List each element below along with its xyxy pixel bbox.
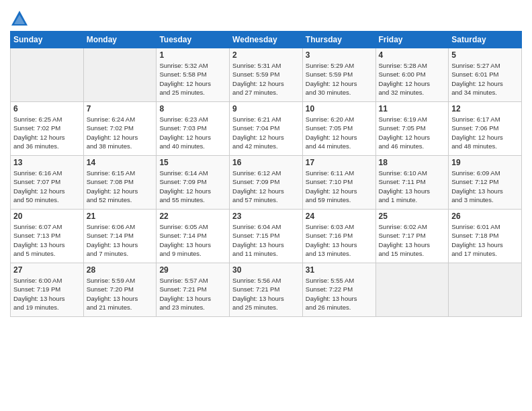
calendar-cell: 31Sunrise: 5:55 AM Sunset: 7:22 PM Dayli…: [302, 263, 375, 317]
day-number: 10: [306, 104, 373, 113]
day-header-monday: Monday: [83, 32, 157, 48]
day-info: Sunrise: 6:20 AM Sunset: 7:05 PM Dayligh…: [306, 115, 373, 150]
day-info: Sunrise: 6:19 AM Sunset: 7:05 PM Dayligh…: [379, 115, 446, 150]
day-info: Sunrise: 6:02 AM Sunset: 7:17 PM Dayligh…: [379, 222, 446, 258]
calendar-cell: 14Sunrise: 6:15 AM Sunset: 7:08 PM Dayli…: [83, 156, 157, 210]
calendar-cell: 29Sunrise: 5:57 AM Sunset: 7:21 PM Dayli…: [157, 263, 230, 317]
calendar-cell: [375, 263, 449, 317]
day-info: Sunrise: 6:21 AM Sunset: 7:04 PM Dayligh…: [232, 115, 300, 150]
calendar-cell: 11Sunrise: 6:19 AM Sunset: 7:05 PM Dayli…: [375, 102, 449, 156]
calendar-cell: 24Sunrise: 6:03 AM Sunset: 7:16 PM Dayli…: [302, 210, 375, 263]
day-number: 3: [306, 50, 373, 60]
day-number: 21: [87, 212, 154, 221]
day-number: 11: [379, 104, 446, 113]
day-number: 13: [13, 158, 81, 167]
day-number: 12: [451, 104, 519, 113]
day-info: Sunrise: 6:00 AM Sunset: 7:19 PM Dayligh…: [13, 276, 81, 312]
day-info: Sunrise: 5:31 AM Sunset: 5:59 PM Dayligh…: [232, 61, 300, 97]
day-number: 15: [159, 158, 226, 167]
calendar-cell: 26Sunrise: 6:01 AM Sunset: 7:18 PM Dayli…: [449, 210, 522, 263]
calendar-week-2: 6Sunrise: 6:25 AM Sunset: 7:02 PM Daylig…: [11, 102, 522, 156]
day-info: Sunrise: 6:12 AM Sunset: 7:09 PM Dayligh…: [232, 169, 300, 204]
day-number: 31: [306, 265, 373, 275]
calendar-week-3: 13Sunrise: 6:16 AM Sunset: 7:07 PM Dayli…: [11, 156, 522, 210]
calendar-cell: 3Sunrise: 5:29 AM Sunset: 5:59 PM Daylig…: [302, 48, 375, 102]
calendar-cell: 9Sunrise: 6:21 AM Sunset: 7:04 PM Daylig…: [230, 102, 303, 156]
day-header-sunday: Sunday: [11, 32, 84, 48]
day-number: 24: [306, 212, 373, 221]
calendar-week-4: 20Sunrise: 6:07 AM Sunset: 7:13 PM Dayli…: [11, 210, 522, 263]
day-header-saturday: Saturday: [449, 32, 522, 48]
day-header-thursday: Thursday: [302, 32, 375, 48]
day-info: Sunrise: 6:14 AM Sunset: 7:09 PM Dayligh…: [159, 169, 226, 204]
calendar-cell: 2Sunrise: 5:31 AM Sunset: 5:59 PM Daylig…: [230, 48, 303, 102]
day-info: Sunrise: 6:10 AM Sunset: 7:11 PM Dayligh…: [379, 169, 446, 204]
calendar-cell: 1Sunrise: 5:32 AM Sunset: 5:58 PM Daylig…: [157, 48, 230, 102]
calendar-cell: 17Sunrise: 6:11 AM Sunset: 7:10 PM Dayli…: [302, 156, 375, 210]
calendar-week-5: 27Sunrise: 6:00 AM Sunset: 7:19 PM Dayli…: [11, 263, 522, 317]
day-info: Sunrise: 5:55 AM Sunset: 7:22 PM Dayligh…: [306, 276, 373, 312]
day-number: 26: [451, 212, 519, 221]
day-number: 29: [159, 265, 226, 275]
day-info: Sunrise: 5:32 AM Sunset: 5:58 PM Dayligh…: [159, 61, 226, 97]
calendar-cell: 6Sunrise: 6:25 AM Sunset: 7:02 PM Daylig…: [11, 102, 84, 156]
day-info: Sunrise: 6:16 AM Sunset: 7:07 PM Dayligh…: [13, 169, 81, 204]
calendar-cell: 7Sunrise: 6:24 AM Sunset: 7:02 PM Daylig…: [83, 102, 157, 156]
day-number: 8: [159, 104, 226, 113]
calendar-cell: 13Sunrise: 6:16 AM Sunset: 7:07 PM Dayli…: [11, 156, 84, 210]
day-info: Sunrise: 6:04 AM Sunset: 7:15 PM Dayligh…: [232, 222, 300, 258]
calendar-cell: 20Sunrise: 6:07 AM Sunset: 7:13 PM Dayli…: [11, 210, 84, 263]
day-header-wednesday: Wednesday: [230, 32, 303, 48]
day-info: Sunrise: 6:15 AM Sunset: 7:08 PM Dayligh…: [87, 169, 154, 204]
day-number: 28: [87, 265, 154, 275]
day-info: Sunrise: 6:25 AM Sunset: 7:02 PM Dayligh…: [13, 115, 81, 150]
day-number: 7: [87, 104, 154, 113]
day-number: 4: [379, 50, 446, 60]
day-header-friday: Friday: [375, 32, 449, 48]
header: [10, 7, 522, 28]
day-info: Sunrise: 6:01 AM Sunset: 7:18 PM Dayligh…: [451, 222, 519, 258]
day-info: Sunrise: 5:59 AM Sunset: 7:20 PM Dayligh…: [87, 276, 154, 312]
logo: [10, 9, 32, 28]
day-info: Sunrise: 5:27 AM Sunset: 6:01 PM Dayligh…: [451, 61, 519, 97]
calendar-cell: 5Sunrise: 5:27 AM Sunset: 6:01 PM Daylig…: [449, 48, 522, 102]
day-info: Sunrise: 5:28 AM Sunset: 6:00 PM Dayligh…: [379, 61, 446, 97]
calendar-cell: 21Sunrise: 6:06 AM Sunset: 7:14 PM Dayli…: [83, 210, 157, 263]
day-number: 17: [306, 158, 373, 167]
day-info: Sunrise: 6:03 AM Sunset: 7:16 PM Dayligh…: [306, 222, 373, 258]
calendar-week-1: 1Sunrise: 5:32 AM Sunset: 5:58 PM Daylig…: [11, 48, 522, 102]
day-info: Sunrise: 6:23 AM Sunset: 7:03 PM Dayligh…: [159, 115, 226, 150]
calendar-cell: 15Sunrise: 6:14 AM Sunset: 7:09 PM Dayli…: [157, 156, 230, 210]
day-number: 5: [451, 50, 519, 60]
day-number: 6: [13, 104, 81, 113]
day-number: 9: [232, 104, 300, 113]
calendar-cell: 4Sunrise: 5:28 AM Sunset: 6:00 PM Daylig…: [375, 48, 449, 102]
calendar-cell: 16Sunrise: 6:12 AM Sunset: 7:09 PM Dayli…: [230, 156, 303, 210]
day-number: 18: [379, 158, 446, 167]
day-number: 16: [232, 158, 300, 167]
calendar-cell: 18Sunrise: 6:10 AM Sunset: 7:11 PM Dayli…: [375, 156, 449, 210]
calendar-cell: [83, 48, 157, 102]
day-number: 30: [232, 265, 300, 275]
day-number: 2: [232, 50, 300, 60]
day-info: Sunrise: 6:17 AM Sunset: 7:06 PM Dayligh…: [451, 115, 519, 150]
calendar-table: SundayMondayTuesdayWednesdayThursdayFrid…: [10, 31, 522, 317]
calendar-cell: 28Sunrise: 5:59 AM Sunset: 7:20 PM Dayli…: [83, 263, 157, 317]
day-info: Sunrise: 6:09 AM Sunset: 7:12 PM Dayligh…: [451, 169, 519, 204]
calendar-cell: 27Sunrise: 6:00 AM Sunset: 7:19 PM Dayli…: [11, 263, 84, 317]
calendar-cell: 10Sunrise: 6:20 AM Sunset: 7:05 PM Dayli…: [302, 102, 375, 156]
calendar-cell: [449, 263, 522, 317]
calendar-cell: 19Sunrise: 6:09 AM Sunset: 7:12 PM Dayli…: [449, 156, 522, 210]
day-info: Sunrise: 6:24 AM Sunset: 7:02 PM Dayligh…: [87, 115, 154, 150]
calendar-cell: 12Sunrise: 6:17 AM Sunset: 7:06 PM Dayli…: [449, 102, 522, 156]
day-info: Sunrise: 5:57 AM Sunset: 7:21 PM Dayligh…: [159, 276, 226, 312]
day-info: Sunrise: 6:06 AM Sunset: 7:14 PM Dayligh…: [87, 222, 154, 258]
day-number: 1: [159, 50, 226, 60]
day-number: 20: [13, 212, 81, 221]
day-number: 25: [379, 212, 446, 221]
calendar-header: SundayMondayTuesdayWednesdayThursdayFrid…: [11, 32, 522, 48]
calendar-body: 1Sunrise: 5:32 AM Sunset: 5:58 PM Daylig…: [11, 48, 522, 317]
day-header-tuesday: Tuesday: [157, 32, 230, 48]
day-number: 14: [87, 158, 154, 167]
day-info: Sunrise: 6:11 AM Sunset: 7:10 PM Dayligh…: [306, 169, 373, 204]
